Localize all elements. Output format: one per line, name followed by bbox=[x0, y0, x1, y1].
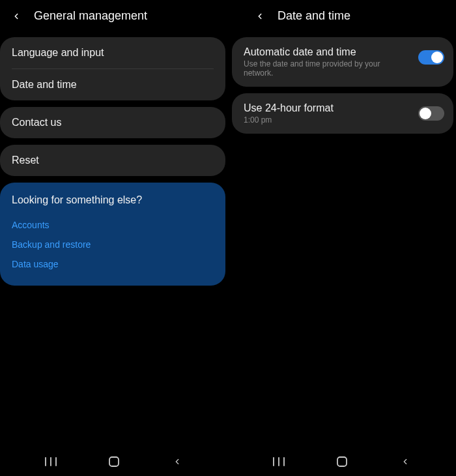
automatic-date-time-title: Automatic date and time bbox=[244, 46, 412, 58]
accounts-link[interactable]: Accounts bbox=[12, 215, 214, 235]
back-icon[interactable] bbox=[254, 10, 266, 22]
page-title: Date and time bbox=[278, 9, 350, 23]
home-icon[interactable] bbox=[107, 454, 121, 469]
looking-for-card: Looking for something else? Accounts Bac… bbox=[0, 183, 225, 286]
recent-apps-icon[interactable] bbox=[44, 454, 58, 469]
svg-rect-7 bbox=[337, 457, 347, 466]
reset-item[interactable]: Reset bbox=[0, 145, 225, 176]
back-icon[interactable] bbox=[10, 10, 22, 22]
use-24-hour-sub: 1:00 pm bbox=[244, 115, 412, 125]
header: General management bbox=[0, 0, 228, 32]
nav-back-icon[interactable] bbox=[398, 454, 412, 469]
svg-rect-3 bbox=[109, 457, 119, 466]
use-24-hour-title: Use 24-hour format bbox=[244, 102, 412, 114]
home-icon[interactable] bbox=[335, 454, 349, 469]
language-and-input-item[interactable]: Language and input bbox=[0, 37, 225, 68]
automatic-date-time-toggle[interactable] bbox=[418, 50, 444, 65]
toggle-knob bbox=[431, 52, 443, 63]
toggle-text: Automatic date and time Use the date and… bbox=[244, 46, 412, 78]
content: Language and input Date and time Contact… bbox=[0, 32, 228, 476]
automatic-date-time-item[interactable]: Automatic date and time Use the date and… bbox=[232, 37, 453, 87]
looking-for-title: Looking for something else? bbox=[12, 194, 214, 206]
content: Automatic date and time Use the date and… bbox=[228, 32, 456, 476]
contact-us-group: Contact us bbox=[0, 107, 225, 138]
use-24-hour-item[interactable]: Use 24-hour format 1:00 pm bbox=[232, 93, 453, 134]
contact-us-item[interactable]: Contact us bbox=[0, 107, 225, 138]
page-title: General management bbox=[34, 9, 147, 23]
date-and-time-item[interactable]: Date and time bbox=[0, 69, 225, 100]
nav-back-icon[interactable] bbox=[170, 454, 184, 469]
settings-group: Language and input Date and time bbox=[0, 37, 225, 100]
use-24-hour-toggle[interactable] bbox=[418, 106, 444, 121]
header: Date and time bbox=[228, 0, 456, 32]
date-time-screen: Date and time Automatic date and time Us… bbox=[228, 0, 456, 476]
reset-group: Reset bbox=[0, 145, 225, 176]
general-management-screen: General management Language and input Da… bbox=[0, 0, 228, 476]
toggle-knob bbox=[420, 108, 431, 119]
navbar bbox=[228, 447, 456, 476]
automatic-date-time-sub: Use the date and time provided by your n… bbox=[244, 59, 412, 78]
recent-apps-icon[interactable] bbox=[272, 454, 286, 469]
backup-restore-link[interactable]: Backup and restore bbox=[12, 235, 214, 254]
toggle-text: Use 24-hour format 1:00 pm bbox=[244, 102, 412, 125]
navbar bbox=[0, 447, 228, 476]
data-usage-link[interactable]: Data usage bbox=[12, 254, 214, 274]
